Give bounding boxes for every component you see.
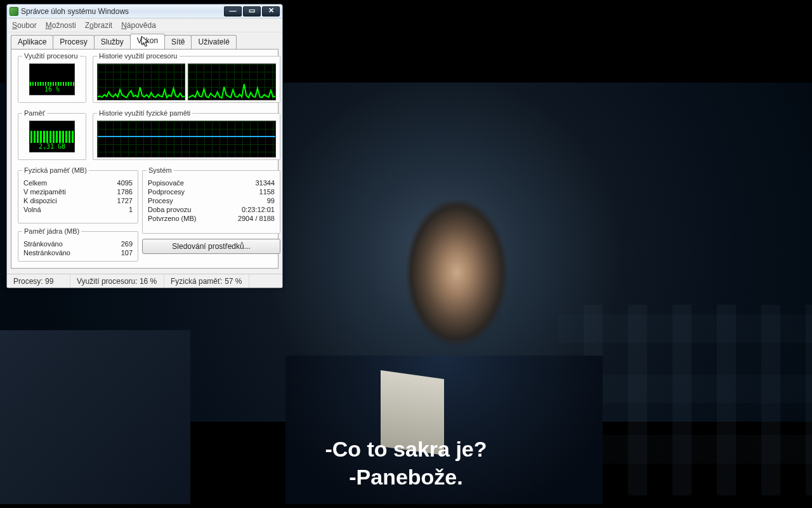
status-processes: Procesy: 99 xyxy=(7,274,70,288)
tab-performance[interactable]: Výkon xyxy=(130,34,165,49)
group-cpu-history-label: Historie využití procesoru xyxy=(97,52,180,60)
row-nonpaged: Nestránkováno107 xyxy=(23,249,133,257)
group-cpu-usage-label: Využití procesoru xyxy=(22,52,80,60)
subtitle-line-1: -Co to sakra je? xyxy=(0,437,812,462)
group-memory: Paměť 2,31 GB xyxy=(18,109,86,160)
group-cpu-history: Historie využití procesoru xyxy=(93,52,280,103)
group-kernel-memory-label: Paměť jádra (MB) xyxy=(22,227,81,235)
row-paged: Stránkováno269 xyxy=(23,240,133,248)
group-system: Systém Popisovače31344 Podprocesy1158 Pr… xyxy=(142,166,280,234)
cpu-history-graph-1 xyxy=(188,64,276,100)
close-button[interactable]: ✕ xyxy=(262,6,280,17)
tabstrip: Aplikace Procesy Služby Výkon Sítě Uživa… xyxy=(7,32,282,49)
menubar: Soubor Možnosti Zobrazit Nápověda xyxy=(7,18,282,32)
group-memory-history: Historie využití fyzické paměti xyxy=(93,109,280,160)
row-commit: Potvrzeno (MB)2904 / 8188 xyxy=(148,215,275,222)
group-kernel-memory: Paměť jádra (MB) Stránkováno269 Nestránk… xyxy=(18,227,138,262)
resource-monitor-button[interactable]: Sledování prostředků... xyxy=(142,239,280,254)
group-memory-label: Paměť xyxy=(22,109,47,117)
person-face xyxy=(387,200,527,391)
row-cached: V mezipaměti1786 xyxy=(23,188,133,196)
menu-file[interactable]: Soubor xyxy=(12,21,37,30)
group-memory-history-label: Historie využití fyzické paměti xyxy=(97,109,192,117)
tab-services[interactable]: Služby xyxy=(94,35,131,49)
group-system-label: Systém xyxy=(147,166,174,174)
group-cpu-usage: Využití procesoru 16 % xyxy=(18,52,86,103)
maximize-button[interactable]: ▭ xyxy=(243,6,261,17)
row-total: Celkem4095 xyxy=(23,179,133,187)
group-physical-memory: Fyzická paměť (MB) Celkem4095 V mezipamě… xyxy=(18,166,138,224)
row-handles: Popisovače31344 xyxy=(148,179,275,187)
subtitle-line-2: -Panebože. xyxy=(0,465,812,490)
statusbar: Procesy: 99 Využití procesoru: 16 % Fyzi… xyxy=(7,274,282,288)
group-physical-memory-label: Fyzická paměť (MB) xyxy=(22,166,89,174)
mem-history-graph xyxy=(97,121,276,157)
menu-view[interactable]: Zobrazit xyxy=(85,21,112,30)
row-uptime: Doba provozu0:23:12:01 xyxy=(148,206,275,213)
titlebar[interactable]: Správce úloh systému Windows — ▭ ✕ xyxy=(7,4,282,18)
tab-users[interactable]: Uživatelé xyxy=(191,35,236,49)
mem-gauge-value: 2,31 GB xyxy=(39,143,65,150)
tab-applications[interactable]: Aplikace xyxy=(11,35,53,49)
menu-options[interactable]: Možnosti xyxy=(46,21,76,30)
cpu-gauge-value: 16 % xyxy=(44,86,60,93)
row-available: K dispozici1727 xyxy=(23,197,133,204)
window-title: Správce úloh systému Windows xyxy=(21,7,224,16)
task-manager-window[interactable]: Správce úloh systému Windows — ▭ ✕ Soubo… xyxy=(6,4,283,288)
menu-help[interactable]: Nápověda xyxy=(121,21,156,30)
cpu-gauge: 16 % xyxy=(29,64,75,95)
status-memory: Fyzická paměť: 57 % xyxy=(164,274,249,288)
row-threads: Podprocesy1158 xyxy=(148,188,275,196)
row-processes: Procesy99 xyxy=(148,197,275,204)
tab-body-performance: Využití procesoru 16 % Historie využití … xyxy=(11,49,278,269)
row-free: Volná1 xyxy=(23,206,133,213)
app-icon xyxy=(10,7,18,16)
cpu-history-graph-0 xyxy=(97,64,185,100)
minimize-button[interactable]: — xyxy=(224,6,242,17)
mem-gauge: 2,31 GB xyxy=(29,121,75,152)
status-cpu: Využití procesoru: 16 % xyxy=(70,274,164,288)
tab-networking[interactable]: Sítě xyxy=(164,35,192,49)
tab-processes[interactable]: Procesy xyxy=(53,35,94,49)
